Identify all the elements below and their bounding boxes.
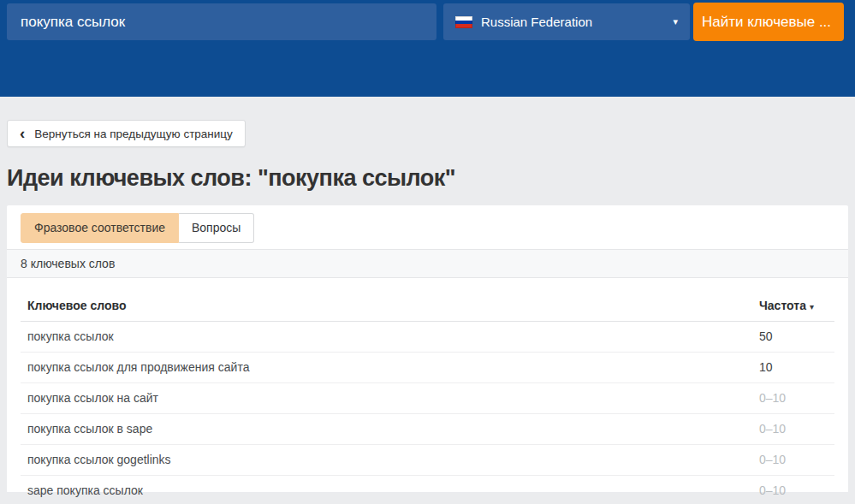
keyword-cell: покупка ссылок gogetlinks [27, 453, 759, 466]
sort-desc-icon: ▾ [810, 302, 814, 311]
chevron-left-icon: ‹ [20, 125, 25, 141]
column-header-keyword: Ключевое слово [27, 299, 759, 312]
app-header: Russian Federation ▾ Найти ключевые ... [0, 0, 855, 97]
column-header-frequency[interactable]: Частота▾ [759, 299, 828, 312]
table-body: покупка ссылок 50 покупка ссылок для про… [21, 322, 834, 504]
chevron-down-icon: ▾ [673, 16, 678, 27]
keyword-cell: покупка ссылок на сайт [27, 391, 759, 405]
tab-questions[interactable]: Вопросы [179, 213, 254, 243]
keyword-cell: покупка ссылок в sape [27, 422, 759, 436]
keyword-ideas-card: Фразовое соответствие Вопросы 8 ключевых… [7, 205, 848, 492]
table-row[interactable]: покупка ссылок на сайт 0–10 [21, 383, 834, 414]
keyword-cell: покупка ссылок для продвижения сайта [27, 360, 759, 374]
frequency-cell: 0–10 [759, 422, 828, 436]
table-row[interactable]: покупка ссылок в sape 0–10 [21, 414, 834, 445]
keyword-search-input[interactable] [7, 3, 436, 40]
tab-phrase-match[interactable]: Фразовое соответствие [21, 213, 179, 243]
russia-flag-icon [455, 16, 472, 28]
keyword-cell: покупка ссылок [27, 329, 759, 343]
table-row[interactable]: покупка ссылок для продвижения сайта 10 [21, 353, 834, 383]
frequency-cell: 10 [759, 360, 828, 374]
keyword-cell: sape покупка ссылок [27, 483, 759, 497]
table-row[interactable]: sape покупка ссылок 0–10 [21, 476, 834, 504]
table-row[interactable]: покупка ссылок 50 [21, 322, 834, 353]
back-button-label: Вернуться на предыдущую страницу [34, 127, 233, 140]
frequency-cell: 0–10 [759, 453, 828, 466]
table-header-row: Ключевое слово Частота▾ [21, 292, 834, 322]
table-row[interactable]: покупка ссылок gogetlinks 0–10 [21, 445, 834, 476]
country-select[interactable]: Russian Federation ▾ [443, 3, 690, 40]
keywords-table: Ключевое слово Частота▾ покупка ссылок 5… [7, 278, 848, 504]
results-count: 8 ключевых слов [7, 249, 848, 278]
column-header-frequency-label: Частота [759, 299, 806, 312]
frequency-cell: 0–10 [759, 391, 828, 405]
page-title: Идеи ключевых слов: "покупка ссылок" [7, 165, 855, 192]
frequency-cell: 0–10 [759, 483, 828, 497]
find-keywords-button[interactable]: Найти ключевые ... [693, 3, 844, 41]
back-button[interactable]: ‹ Вернуться на предыдущую страницу [7, 120, 246, 147]
match-type-tabs: Фразовое соответствие Вопросы [7, 205, 848, 249]
frequency-cell: 50 [759, 329, 828, 343]
country-select-label: Russian Federation [481, 15, 592, 29]
